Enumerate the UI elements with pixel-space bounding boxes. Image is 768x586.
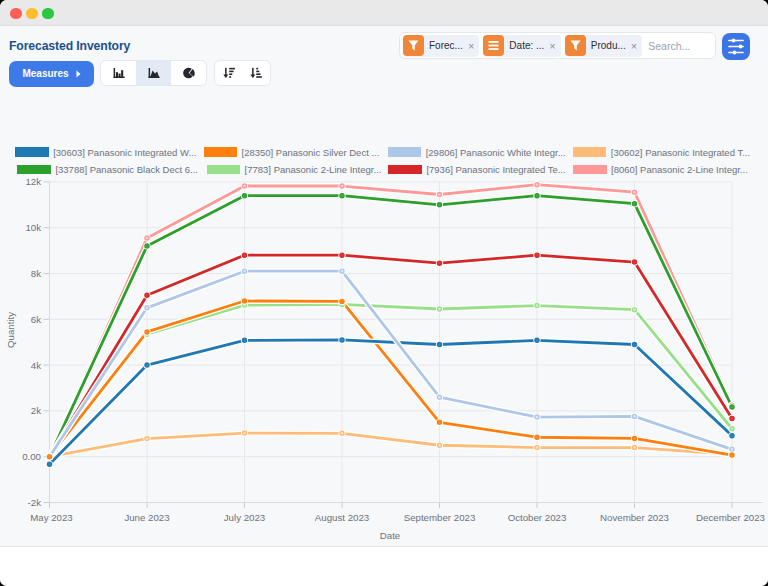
svg-text:September 2023: September 2023 [404, 512, 476, 523]
svg-text:May 2023: May 2023 [30, 512, 73, 523]
svg-text:2k: 2k [31, 405, 41, 416]
svg-text:October 2023: October 2023 [508, 512, 567, 523]
svg-text:August 2023: August 2023 [315, 512, 369, 523]
svg-text:12k: 12k [25, 176, 41, 187]
svg-text:4k: 4k [31, 360, 41, 371]
svg-text:Quantity: Quantity [5, 312, 16, 348]
svg-text:Date: Date [380, 530, 400, 541]
svg-text:10k: 10k [25, 222, 41, 233]
svg-text:December 2023: December 2023 [696, 512, 765, 523]
svg-text:6k: 6k [31, 314, 41, 325]
svg-text:8k: 8k [31, 268, 41, 279]
svg-text:June 2023: June 2023 [124, 512, 169, 523]
svg-text:July 2023: July 2023 [224, 512, 265, 523]
svg-text:November 2023: November 2023 [600, 512, 669, 523]
svg-text:-2k: -2k [28, 497, 42, 508]
svg-text:0.00: 0.00 [22, 451, 41, 462]
